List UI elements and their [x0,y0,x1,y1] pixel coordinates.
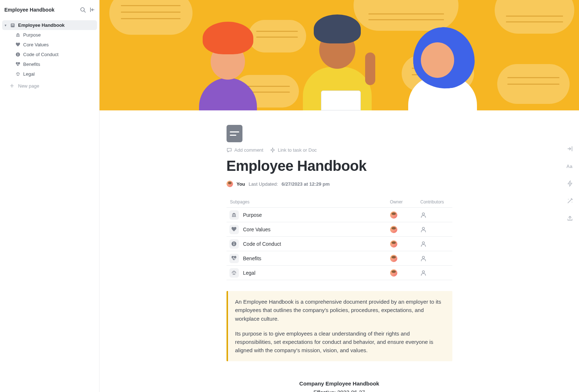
sidebar-item-legal[interactable]: Legal [14,69,97,79]
col-owner: Owner [390,199,420,205]
hero-banner [100,0,579,110]
chevron-down-icon[interactable]: ▾ [4,24,7,27]
info-icon [15,52,20,57]
sidebar-item-purpose[interactable]: Purpose [14,30,97,40]
link-task-button[interactable]: Link to task or Doc [270,147,317,153]
last-updated-label: Last Updated: [249,181,278,187]
callout-paragraph: Its purpose is to give employees a clear… [235,329,445,355]
doc-page-icon[interactable] [227,125,242,142]
subpage-row[interactable]: Purpose [227,208,452,222]
col-subpages: Subpages [230,199,390,205]
share-icon[interactable] [566,214,574,222]
book-icon [10,23,15,28]
contributor-placeholder-icon[interactable] [420,212,426,218]
search-icon[interactable] [80,7,86,13]
subpage-row[interactable]: Legal [227,266,452,280]
sidebar-root-label: Employee Handbook [18,22,65,28]
col-contributors: Contributors [420,199,451,205]
contributor-placeholder-icon[interactable] [420,241,426,247]
owner-avatar[interactable] [390,226,397,233]
sidebar-item-code-of-conduct[interactable]: Code of Conduct [14,50,97,59]
typography-icon[interactable] [566,162,574,170]
link-task-label: Link to task or Doc [278,147,317,153]
owner-avatar[interactable] [390,240,397,248]
subpages-table: Subpages Owner Contributors PurposeCore … [227,199,452,280]
wand-icon[interactable] [566,197,574,205]
heartbeat-icon [229,254,239,263]
sidebar-item-label: Purpose [23,32,41,38]
subpage-row[interactable]: Code of Conduct [227,237,452,251]
callout-paragraph: An Employee Handbook is a comprehensive … [235,298,445,323]
sidebar-item-label: Code of Conduct [23,52,59,57]
info-icon [229,239,239,249]
sidebar: Employee Handbook ▾ Employee Handbook Pu… [0,0,100,392]
owner-avatar[interactable] [390,255,397,262]
callout-block: An Employee Handbook is a comprehensive … [227,291,452,361]
comment-icon [227,147,232,153]
subpage-title: Code of Conduct [243,241,281,247]
heartbeat-icon [15,62,20,67]
new-page-button[interactable]: New page [2,80,97,91]
owner-avatar[interactable] [390,269,397,277]
plus-icon [9,83,14,88]
sidebar-item-label: Benefits [23,62,40,67]
subpage-title: Legal [243,270,255,276]
subpage-title: Benefits [243,256,262,261]
scale-icon [229,268,239,278]
collapse-sidebar-icon[interactable] [89,7,96,13]
right-rail [566,145,574,222]
sidebar-item-core-values[interactable]: Core Values [14,40,97,50]
subpage-row[interactable]: Core Values [227,222,452,237]
contributor-placeholder-icon[interactable] [420,256,426,261]
subpage-title: Core Values [243,227,271,232]
author-avatar[interactable] [227,181,233,187]
sidebar-root-employee-handbook[interactable]: ▾ Employee Handbook [2,20,97,30]
author-name: You [237,181,245,187]
sidebar-item-label: Legal [23,71,35,77]
heart-icon [229,225,239,234]
footer-title: Company Employee Handbook [227,379,452,388]
footer-meta: Company Employee Handbook Effective: 202… [227,379,452,392]
add-comment-label: Add comment [234,147,263,153]
ai-bolt-icon[interactable] [566,180,574,187]
bank-icon [229,210,239,220]
owner-avatar[interactable] [390,211,397,219]
expand-icon[interactable] [566,145,574,153]
contributor-placeholder-icon[interactable] [420,270,426,276]
contributor-placeholder-icon[interactable] [420,227,426,232]
footer-effective: Effective: 2023-06-27 [227,388,452,392]
page-title[interactable]: Employee Handbook [227,158,452,174]
scale-icon [15,72,20,77]
sidebar-item-label: Core Values [23,42,49,47]
subpage-title: Purpose [243,212,262,218]
heart-icon [15,42,20,47]
sidebar-title: Employee Handbook [4,7,54,13]
spark-icon [270,147,275,153]
subpage-row[interactable]: Benefits [227,251,452,266]
main-content: Add comment Link to task or Doc Employee… [100,0,579,392]
bank-icon [15,33,20,38]
last-updated-value: 6/27/2023 at 12:29 pm [282,181,330,187]
sidebar-item-benefits[interactable]: Benefits [14,59,97,69]
new-page-label: New page [18,83,39,89]
add-comment-button[interactable]: Add comment [227,147,263,153]
